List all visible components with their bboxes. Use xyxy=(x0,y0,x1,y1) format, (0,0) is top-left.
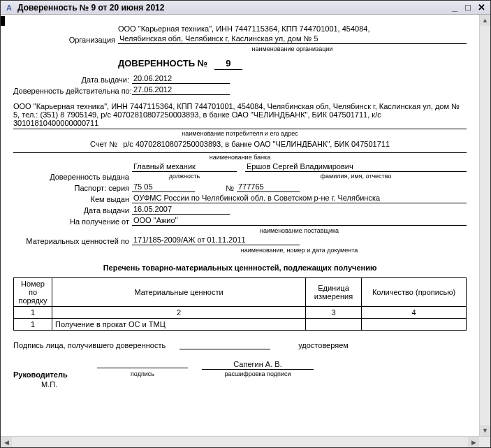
issued-fullname: Ершов Сергей Владимирович xyxy=(245,162,467,172)
decode-caption: расшифровка подписи xyxy=(202,370,314,377)
receive-from-label: На получение от xyxy=(13,217,132,226)
items-table: Номер по порядку Материальные ценности Е… xyxy=(13,277,467,331)
vertical-scrollbar[interactable]: ▲ ▼ xyxy=(479,15,490,436)
org-line2: Челябинская обл, Челябинск г, Каслинская… xyxy=(118,34,467,44)
values-by: 171/185-2009/АЖ от 01.11.2011 xyxy=(132,236,300,245)
col-unit: Единица измерения xyxy=(306,278,362,307)
consumer-underline xyxy=(13,129,467,129)
valid-until: 27.06.2012 xyxy=(132,85,230,95)
sub-c3: 3 xyxy=(306,307,362,319)
cell-num: 1 xyxy=(14,319,52,331)
values-by-label: Материальных ценностей по xyxy=(13,237,132,245)
horizontal-scrollbar[interactable]: ◀ ▶ xyxy=(1,436,490,447)
document-area: ООО "Карьерная техника", ИНН 7447115364,… xyxy=(1,15,479,436)
window-title: Доверенность № 9 от 20 июня 2012 xyxy=(17,3,448,13)
org-line1: ООО "Карьерная техника", ИНН 7447115364,… xyxy=(118,24,467,33)
passport-series: 75 05 xyxy=(132,182,195,192)
doc-title-prefix: ДОВЕРЕННОСТЬ № xyxy=(118,58,207,68)
passport-date: 16.05.2007 xyxy=(132,205,230,215)
account-underline xyxy=(13,152,467,153)
minimize-button[interactable]: _ xyxy=(448,2,461,13)
issued-label: Доверенность выдана xyxy=(13,173,132,181)
values-by-caption: наименование, номер и дата документа xyxy=(132,247,467,254)
table-header-row: Номер по порядку Материальные ценности Е… xyxy=(14,278,467,307)
consumer-text: ООО "Карьерная техника", ИНН 7447115364,… xyxy=(13,102,467,127)
doc-number: 9 xyxy=(214,58,242,70)
scroll-down-icon[interactable]: ▼ xyxy=(480,425,490,436)
list-heading: Перечень товарно-материальных ценнностей… xyxy=(13,263,467,272)
passport-issuedby-label: Кем выдан xyxy=(13,195,132,203)
cell-qty xyxy=(362,319,467,331)
scroll-up-icon[interactable]: ▲ xyxy=(480,15,490,26)
receive-from: ООО "Ажио" xyxy=(132,216,467,226)
col-name: Материальные ценности xyxy=(52,278,306,307)
scroll-left-icon[interactable]: ◀ xyxy=(1,437,12,447)
app-icon: A xyxy=(3,2,15,13)
issued-position-caption: должность xyxy=(132,173,237,180)
window: A Доверенность № 9 от 20 июня 2012 _ □ ✕… xyxy=(0,0,491,448)
sub-c4: 4 xyxy=(362,307,467,319)
issued-fullname-caption: фамилия, имя, отчество xyxy=(245,173,467,180)
passport-number: 777765 xyxy=(237,182,300,192)
issue-date-label: Дата выдачи: xyxy=(13,75,132,84)
account-text: р/с 40702810807250003893, в банке ОАО "Ч… xyxy=(120,140,390,148)
cell-unit xyxy=(306,319,362,331)
issued-position: Главный механик xyxy=(132,162,237,172)
certify-label: удостоверяем xyxy=(298,341,349,349)
account-caption: наименование банка xyxy=(13,154,467,161)
valid-until-label: Доверенность действительна по: xyxy=(13,87,132,95)
table-row: 1 Получение в прокат ОС и ТМЦ xyxy=(14,319,467,331)
table-subheader-row: 1 2 3 4 xyxy=(14,307,467,319)
text-cursor xyxy=(1,16,5,26)
received-label: Подпись лица, получившего доверенность xyxy=(13,341,166,349)
org-caption: наименование организации xyxy=(118,45,467,52)
receive-from-caption: наименование поставщика xyxy=(132,227,467,234)
issue-date: 20.06.2012 xyxy=(132,74,230,84)
head-sign-line xyxy=(97,359,188,368)
signature-area: Подпись лица, получившего доверенность у… xyxy=(13,340,467,389)
titlebar[interactable]: A Доверенность № 9 от 20 июня 2012 _ □ ✕ xyxy=(1,1,490,15)
org-label: Организация xyxy=(13,36,118,44)
cell-name: Получение в прокат ОС и ТМЦ xyxy=(52,319,306,331)
stamp-label: М.П. xyxy=(41,380,467,389)
passport-label: Паспорт: серия xyxy=(13,184,132,192)
consumer-caption: наименование потребителя и его адрес xyxy=(13,130,467,137)
head-name: Сапегин А. В. xyxy=(202,360,314,370)
maximize-button[interactable]: □ xyxy=(462,2,474,13)
received-sign-line xyxy=(179,340,270,349)
sub-c2: 2 xyxy=(52,307,306,319)
doc-title: ДОВЕРЕННОСТЬ № 9 xyxy=(118,58,467,70)
passport-number-label: № xyxy=(195,184,237,192)
passport-date-label: Дата выдачи xyxy=(13,206,132,215)
col-qty: Количество (прописью) xyxy=(362,278,467,307)
head-label: Руководитель xyxy=(13,370,97,379)
scroll-right-icon[interactable]: ▶ xyxy=(468,437,479,447)
content-wrap: ООО "Карьерная техника", ИНН 7447115364,… xyxy=(1,15,490,436)
account-label: Счет № xyxy=(90,140,120,148)
sub-c1: 1 xyxy=(14,307,52,319)
col-num: Номер по порядку xyxy=(14,278,52,307)
close-button[interactable]: ✕ xyxy=(475,2,488,13)
sign-caption: подпись xyxy=(97,370,188,377)
passport-issuedby: ОУФМС России по Челябинской обл. в Совет… xyxy=(132,194,467,203)
